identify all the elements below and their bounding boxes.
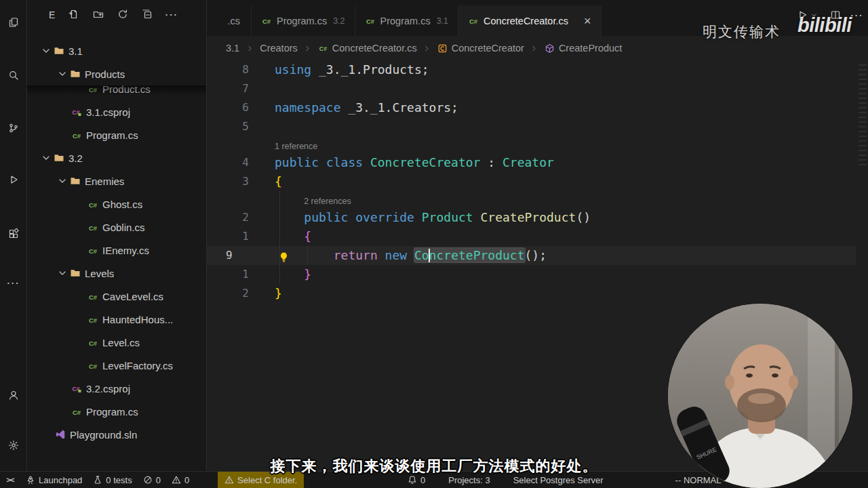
chevron-right-icon [302, 43, 313, 54]
source-control-icon [8, 123, 19, 134]
explorer-actions: ··· [68, 9, 177, 22]
code-text: return new ConcreteProduct(); [249, 246, 547, 265]
tab-program-cs[interactable]: C#Program.cs3.2 [252, 5, 355, 36]
refresh-button[interactable] [117, 9, 128, 22]
token: Creator [502, 155, 554, 169]
presenter-image: SHURE [668, 304, 852, 488]
svg-text:C#: C# [89, 247, 98, 254]
more-button[interactable]: ··· [166, 9, 177, 22]
chevron-down-icon [57, 68, 68, 79]
code-line[interactable]: 2} [207, 284, 856, 303]
folder-item-levels[interactable]: Levels [27, 262, 206, 285]
breadcrumb-item-concretecreator-cs[interactable]: C#ConcreteCreator.cs [318, 43, 417, 54]
code-line[interactable]: 2 public override Product CreateProduct(… [207, 208, 856, 227]
activity-search-button[interactable] [0, 61, 27, 89]
code-line[interactable]: 3{ [207, 172, 856, 191]
chevron-down-icon [57, 176, 68, 186]
code-line[interactable]: 6namespace _3._1.Creators; [207, 98, 856, 117]
folder-item-enemies[interactable]: Enemies [27, 169, 206, 192]
tree-item-label: 3.1.csproj [86, 106, 130, 118]
folder-item-products[interactable]: Products [27, 62, 206, 85]
code-editor[interactable]: 8using _3._1.Products;76namespace _3._1.… [207, 60, 856, 303]
codelens-label[interactable]: 2 references [304, 197, 351, 206]
file-item-playground-sln[interactable]: Playground.sln [27, 423, 206, 446]
account-icon [8, 390, 19, 401]
cs-icon: C# [365, 16, 376, 26]
file-item-program-cs[interactable]: C#Program.cs [27, 400, 206, 423]
svg-text:C#: C# [73, 131, 81, 139]
file-item-program-cs[interactable]: C#Program.cs [27, 123, 206, 146]
code-line[interactable]: 1 { [207, 227, 856, 246]
activity-files-button[interactable] [0, 8, 27, 37]
breadcrumb-label: CreateProduct [559, 43, 623, 54]
more-icon: ··· [8, 277, 19, 288]
code-line[interactable]: 1 } [207, 265, 856, 284]
symbol-class-icon [437, 43, 448, 54]
activity-account-button[interactable] [0, 381, 27, 409]
code-line[interactable]: 1 reference [207, 136, 856, 153]
code-line[interactable]: 9 return new ConcreteProduct(); [207, 246, 856, 265]
activity-run-debug-button[interactable] [0, 165, 27, 194]
token [363, 155, 370, 169]
file-item-3-1-csproj[interactable]: C#3.1.csproj [27, 100, 206, 123]
new-file-button[interactable] [68, 9, 79, 22]
file-item-ghost-cs[interactable]: C#Ghost.cs [27, 192, 206, 216]
activity-more-button[interactable]: ··· [0, 268, 27, 297]
file-item-hauntedhous-[interactable]: C#HauntedHous... [27, 308, 206, 331]
breadcrumb-item-createproduct[interactable]: CreateProduct [545, 43, 623, 54]
tab-label: Program.cs [380, 16, 431, 26]
close-icon[interactable]: × [584, 15, 591, 27]
code-line[interactable]: 4public class ConcreteCreator : Creator [207, 153, 856, 172]
line-number: 3 [207, 172, 249, 191]
more-button[interactable]: ··· [852, 9, 863, 20]
token: return [334, 248, 378, 262]
tab--cs[interactable]: .cs [207, 5, 252, 36]
code-line[interactable]: 8using _3._1.Products; [207, 60, 856, 79]
line-number: 8 [207, 60, 249, 79]
svg-text:C#: C# [73, 408, 81, 415]
folder-icon [54, 45, 64, 56]
code-line[interactable]: 2 references [207, 191, 856, 208]
tree-item-label: 3.1 [68, 45, 83, 57]
file-item-level-cs[interactable]: C#Level.cs [27, 331, 206, 354]
cs-icon: C# [87, 199, 98, 209]
files-icon [8, 17, 19, 28]
file-item-ienemy-cs[interactable]: C#IEnemy.cs [27, 239, 206, 262]
svg-text:C#: C# [262, 18, 271, 25]
activity-source-control-button[interactable] [0, 114, 27, 142]
codelens-label[interactable]: 1 reference [275, 142, 317, 151]
breadcrumb-item-3-1[interactable]: 3.1 [226, 43, 239, 54]
chevron-right-icon [244, 43, 255, 54]
file-item-levelfactory-cs[interactable]: C#LevelFactory.cs [27, 354, 206, 377]
folder-item-3-1[interactable]: 3.1 [27, 39, 206, 62]
file-item-goblin-cs[interactable]: C#Goblin.cs [27, 216, 206, 239]
file-item-3-2-csproj[interactable]: C#3.2.csproj [27, 377, 206, 400]
token: : [480, 155, 502, 169]
breadcrumb-item-creators[interactable]: Creators [260, 43, 298, 54]
tab-label: .cs [227, 16, 240, 26]
webcam-overlay: SHURE [668, 304, 852, 488]
code-text: { [249, 172, 282, 191]
file-item-cavelevel-cs[interactable]: C#CaveLevel.cs [27, 285, 206, 308]
code-text: 2 references [249, 191, 351, 208]
code-line[interactable]: 7 [207, 79, 856, 98]
minimap[interactable] [859, 64, 867, 166]
new-folder-button[interactable] [93, 9, 104, 22]
tree-item-label: Enemies [85, 176, 124, 187]
tab-concretecreator-cs[interactable]: C#ConcreteCreator.cs× [458, 5, 601, 36]
code-text: namespace _3._1.Creators; [249, 98, 458, 117]
token: } [304, 267, 311, 281]
code-text: } [249, 284, 282, 303]
code-line[interactable]: 5 [207, 117, 856, 136]
tree-item-label: Ghost.cs [102, 199, 142, 210]
svg-text:C#: C# [89, 293, 98, 300]
token [319, 155, 326, 169]
token: { [275, 174, 282, 188]
folder-item-3-2[interactable]: 3.2 [27, 146, 206, 169]
activity-settings-button[interactable] [0, 431, 27, 460]
explorer-sidebar: E ··· 3.1ProductsC#Product.csC#3.1.cspro… [27, 0, 207, 471]
breadcrumb-item-concretecreator[interactable]: ConcreteCreator [437, 43, 524, 54]
collapse-all-button[interactable] [142, 9, 153, 22]
activity-extensions-button[interactable] [0, 220, 27, 248]
tab-program-cs[interactable]: C#Program.cs3.1 [355, 5, 459, 36]
